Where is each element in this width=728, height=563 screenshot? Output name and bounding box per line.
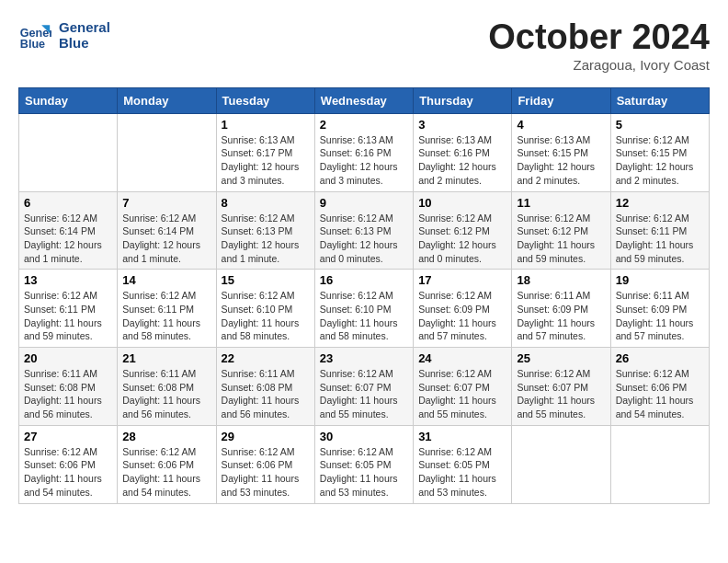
day-info: Sunrise: 6:12 AM Sunset: 6:13 PM Dayligh…	[222, 212, 310, 266]
logo-icon: General Blue	[18, 18, 51, 52]
page-header: General Blue General Blue October 2024 Z…	[18, 18, 710, 73]
calendar-cell: 28Sunrise: 6:12 AM Sunset: 6:06 PM Dayli…	[118, 425, 216, 503]
calendar-cell: 25Sunrise: 6:12 AM Sunset: 6:07 PM Dayli…	[512, 348, 610, 426]
day-number: 10	[418, 196, 506, 210]
weekday-header-friday: Friday	[512, 87, 610, 113]
day-info: Sunrise: 6:12 AM Sunset: 6:05 PM Dayligh…	[418, 445, 506, 500]
calendar-cell: 2Sunrise: 6:13 AM Sunset: 6:16 PM Daylig…	[314, 113, 413, 191]
day-info: Sunrise: 6:12 AM Sunset: 6:14 PM Dayligh…	[24, 212, 112, 266]
month-title: October 2024	[488, 18, 710, 57]
day-number: 5	[616, 118, 704, 132]
day-info: Sunrise: 6:12 AM Sunset: 6:11 PM Dayligh…	[616, 212, 704, 266]
day-info: Sunrise: 6:12 AM Sunset: 6:13 PM Dayligh…	[320, 212, 408, 266]
calendar-cell: 31Sunrise: 6:12 AM Sunset: 6:05 PM Dayli…	[414, 425, 512, 503]
day-number: 24	[418, 351, 506, 365]
logo-blue: Blue	[59, 35, 110, 51]
day-number: 6	[24, 196, 112, 210]
day-number: 25	[517, 351, 605, 365]
calendar-cell: 6Sunrise: 6:12 AM Sunset: 6:14 PM Daylig…	[19, 191, 118, 270]
day-number: 7	[122, 196, 210, 210]
day-info: Sunrise: 6:12 AM Sunset: 6:14 PM Dayligh…	[122, 212, 210, 266]
calendar-cell: 19Sunrise: 6:11 AM Sunset: 6:09 PM Dayli…	[610, 270, 709, 348]
day-info: Sunrise: 6:12 AM Sunset: 6:05 PM Dayligh…	[320, 445, 408, 500]
calendar-cell: 20Sunrise: 6:11 AM Sunset: 6:08 PM Dayli…	[19, 348, 118, 426]
day-info: Sunrise: 6:12 AM Sunset: 6:11 PM Dayligh…	[24, 289, 112, 343]
day-number: 18	[517, 273, 605, 287]
day-number: 30	[320, 430, 408, 443]
weekday-header-wednesday: Wednesday	[314, 87, 413, 113]
calendar-cell: 18Sunrise: 6:11 AM Sunset: 6:09 PM Dayli…	[512, 270, 610, 348]
week-row-3: 13Sunrise: 6:12 AM Sunset: 6:11 PM Dayli…	[19, 270, 710, 348]
day-number: 9	[320, 196, 408, 210]
logo-general: General	[59, 19, 110, 35]
day-number: 16	[320, 273, 408, 287]
calendar-cell: 13Sunrise: 6:12 AM Sunset: 6:11 PM Dayli…	[19, 270, 118, 348]
calendar-cell: 3Sunrise: 6:13 AM Sunset: 6:16 PM Daylig…	[414, 113, 512, 191]
calendar-cell: 15Sunrise: 6:12 AM Sunset: 6:10 PM Dayli…	[216, 270, 314, 348]
day-number: 28	[122, 430, 210, 443]
day-number: 27	[24, 430, 112, 443]
calendar-cell	[610, 425, 709, 503]
day-number: 26	[616, 351, 704, 365]
calendar-cell: 17Sunrise: 6:12 AM Sunset: 6:09 PM Dayli…	[414, 270, 512, 348]
day-info: Sunrise: 6:12 AM Sunset: 6:15 PM Dayligh…	[616, 133, 704, 188]
weekday-header-thursday: Thursday	[414, 87, 512, 113]
week-row-4: 20Sunrise: 6:11 AM Sunset: 6:08 PM Dayli…	[19, 348, 710, 426]
calendar-cell: 16Sunrise: 6:12 AM Sunset: 6:10 PM Dayli…	[314, 270, 413, 348]
day-info: Sunrise: 6:12 AM Sunset: 6:06 PM Dayligh…	[222, 445, 310, 500]
day-number: 1	[222, 118, 310, 132]
calendar-cell: 7Sunrise: 6:12 AM Sunset: 6:14 PM Daylig…	[118, 191, 216, 270]
day-info: Sunrise: 6:12 AM Sunset: 6:07 PM Dayligh…	[418, 367, 506, 421]
day-info: Sunrise: 6:12 AM Sunset: 6:06 PM Dayligh…	[24, 445, 112, 500]
day-number: 23	[320, 351, 408, 365]
day-number: 11	[517, 196, 605, 210]
calendar-cell: 26Sunrise: 6:12 AM Sunset: 6:06 PM Dayli…	[610, 348, 709, 426]
day-number: 19	[616, 273, 704, 287]
calendar-cell: 4Sunrise: 6:13 AM Sunset: 6:15 PM Daylig…	[512, 113, 610, 191]
day-number: 20	[24, 351, 112, 365]
logo: General Blue General Blue	[18, 18, 110, 52]
day-info: Sunrise: 6:12 AM Sunset: 6:12 PM Dayligh…	[517, 212, 605, 266]
day-info: Sunrise: 6:13 AM Sunset: 6:16 PM Dayligh…	[320, 133, 408, 188]
day-info: Sunrise: 6:13 AM Sunset: 6:17 PM Dayligh…	[222, 133, 310, 188]
title-block: October 2024 Zaragoua, Ivory Coast	[488, 18, 710, 73]
calendar-cell: 10Sunrise: 6:12 AM Sunset: 6:12 PM Dayli…	[414, 191, 512, 270]
day-info: Sunrise: 6:12 AM Sunset: 6:06 PM Dayligh…	[122, 445, 210, 500]
day-info: Sunrise: 6:12 AM Sunset: 6:07 PM Dayligh…	[320, 367, 408, 421]
week-row-5: 27Sunrise: 6:12 AM Sunset: 6:06 PM Dayli…	[19, 425, 710, 503]
weekday-header-sunday: Sunday	[19, 87, 118, 113]
day-info: Sunrise: 6:12 AM Sunset: 6:06 PM Dayligh…	[616, 367, 704, 421]
day-number: 22	[222, 351, 310, 365]
day-number: 4	[517, 118, 605, 132]
day-number: 3	[418, 118, 506, 132]
day-number: 15	[222, 273, 310, 287]
calendar-cell: 5Sunrise: 6:12 AM Sunset: 6:15 PM Daylig…	[610, 113, 709, 191]
calendar-cell: 9Sunrise: 6:12 AM Sunset: 6:13 PM Daylig…	[314, 191, 413, 270]
day-info: Sunrise: 6:12 AM Sunset: 6:09 PM Dayligh…	[418, 289, 506, 343]
day-info: Sunrise: 6:13 AM Sunset: 6:16 PM Dayligh…	[418, 133, 506, 188]
calendar-cell	[512, 425, 610, 503]
calendar-cell: 29Sunrise: 6:12 AM Sunset: 6:06 PM Dayli…	[216, 425, 314, 503]
calendar-body: 1Sunrise: 6:13 AM Sunset: 6:17 PM Daylig…	[19, 113, 710, 503]
day-number: 17	[418, 273, 506, 287]
day-info: Sunrise: 6:12 AM Sunset: 6:07 PM Dayligh…	[517, 367, 605, 421]
day-info: Sunrise: 6:13 AM Sunset: 6:15 PM Dayligh…	[517, 133, 605, 188]
calendar-cell: 21Sunrise: 6:11 AM Sunset: 6:08 PM Dayli…	[118, 348, 216, 426]
calendar-cell: 23Sunrise: 6:12 AM Sunset: 6:07 PM Dayli…	[314, 348, 413, 426]
day-info: Sunrise: 6:12 AM Sunset: 6:12 PM Dayligh…	[418, 212, 506, 266]
calendar-cell: 30Sunrise: 6:12 AM Sunset: 6:05 PM Dayli…	[314, 425, 413, 503]
day-number: 12	[616, 196, 704, 210]
day-number: 14	[122, 273, 210, 287]
day-number: 21	[122, 351, 210, 365]
day-info: Sunrise: 6:11 AM Sunset: 6:08 PM Dayligh…	[24, 367, 112, 421]
calendar-cell	[19, 113, 118, 191]
calendar-cell: 12Sunrise: 6:12 AM Sunset: 6:11 PM Dayli…	[610, 191, 709, 270]
day-number: 2	[320, 118, 408, 132]
day-info: Sunrise: 6:11 AM Sunset: 6:09 PM Dayligh…	[616, 289, 704, 343]
calendar-cell: 8Sunrise: 6:12 AM Sunset: 6:13 PM Daylig…	[216, 191, 314, 270]
day-info: Sunrise: 6:11 AM Sunset: 6:08 PM Dayligh…	[222, 367, 310, 421]
day-number: 29	[222, 430, 310, 443]
week-row-1: 1Sunrise: 6:13 AM Sunset: 6:17 PM Daylig…	[19, 113, 710, 191]
calendar-cell: 27Sunrise: 6:12 AM Sunset: 6:06 PM Dayli…	[19, 425, 118, 503]
day-info: Sunrise: 6:12 AM Sunset: 6:10 PM Dayligh…	[320, 289, 408, 343]
